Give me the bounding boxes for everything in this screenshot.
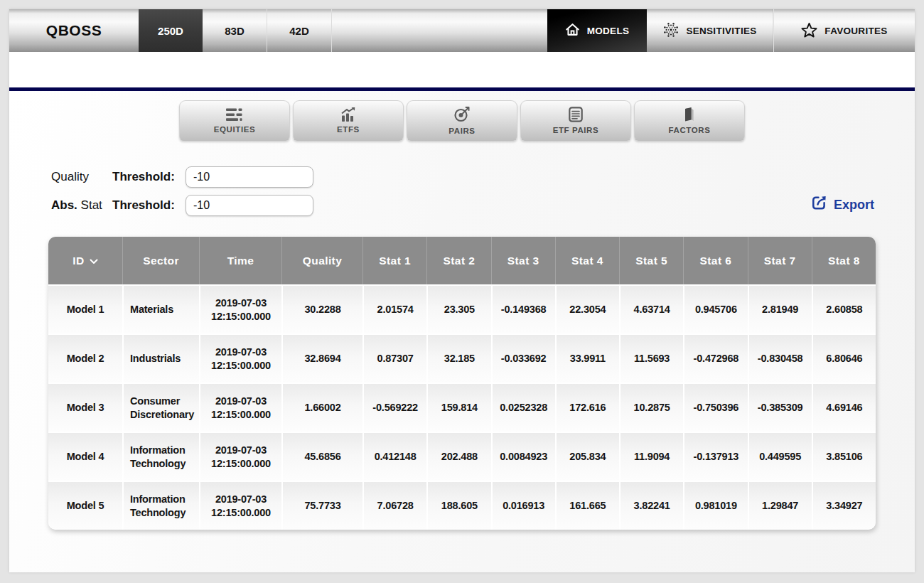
star-icon — [801, 22, 817, 40]
cell-sector: Information Technology — [122, 432, 199, 481]
table-row[interactable]: Model 1Materials2019-07-03 12:15:00.0003… — [48, 284, 876, 333]
column-header-quality[interactable]: Quality — [281, 237, 362, 284]
cell-sector: Industrials — [122, 333, 199, 383]
column-header-stat3[interactable]: Stat 3 — [491, 237, 555, 284]
cell-quality: 45.6856 — [281, 432, 362, 481]
target-icon — [453, 106, 471, 123]
cell-stat-3: -0.149368 — [491, 284, 555, 333]
nav-tab-label: SENSITIVITIES — [686, 26, 756, 36]
cell-stat-1: 7.06728 — [362, 481, 426, 530]
column-header-stat1[interactable]: Stat 1 — [362, 237, 426, 284]
cell-stat-5: 10.2875 — [619, 383, 683, 432]
table-row[interactable]: Model 3Consumer Discretionary2019-07-03 … — [48, 383, 876, 432]
cell-id: Model 4 — [48, 432, 122, 481]
column-header-stat5[interactable]: Stat 5 — [619, 237, 683, 284]
cell-stat-1: 2.01574 — [362, 284, 426, 333]
header-spacer-band — [9, 52, 915, 87]
nav-tab-label: FAVOURITES — [824, 26, 887, 36]
table-row[interactable]: Model 2Industrials2019-07-03 12:15:00.00… — [48, 333, 876, 383]
table-header: ID Sector Time Quality Stat 1 — [48, 237, 876, 284]
table-row[interactable]: Model 5Information Technology2019-07-03 … — [48, 481, 876, 530]
bar-chart-icon — [340, 107, 357, 122]
column-header-stat4[interactable]: Stat 4 — [555, 237, 619, 284]
filters-section: Quality Threshold: Abs. Stat Threshold: — [51, 166, 874, 216]
book-icon — [683, 107, 696, 122]
cell-stat-5: 3.82241 — [619, 481, 683, 530]
brand-logo: QBOSS — [9, 9, 139, 52]
nav-tab-sensitivities[interactable]: SENSITIVITIES — [647, 9, 773, 52]
period-tab-42d[interactable]: 42D — [267, 9, 332, 52]
abs-stat-threshold-row: Abs. Stat Threshold: — [51, 194, 313, 216]
cell-stat-8: 2.60858 — [812, 284, 876, 333]
column-header-stat8[interactable]: Stat 8 — [812, 237, 876, 284]
cell-stat-1: 0.412148 — [362, 432, 426, 481]
cell-stat-4: 22.3054 — [555, 284, 619, 333]
cell-quality: 30.2288 — [281, 284, 362, 333]
cell-stat-6: 0.945706 — [683, 284, 747, 333]
filter-name-text: Stat — [77, 198, 102, 212]
quality-threshold-input[interactable] — [186, 166, 313, 188]
cell-stat-7: 1.29847 — [748, 481, 812, 530]
filter-name-bold: Abs. — [51, 198, 77, 212]
nav-tab-label: MODELS — [587, 26, 630, 36]
table-body: Model 1Materials2019-07-03 12:15:00.0003… — [48, 284, 876, 530]
period-tab-83d[interactable]: 83D — [203, 9, 267, 52]
tab-label: PAIRS — [448, 127, 475, 135]
cell-stat-3: 0.016913 — [491, 481, 555, 530]
cell-time: 2019-07-03 12:15:00.000 — [199, 284, 281, 333]
cell-stat-2: 23.305 — [426, 284, 490, 333]
cell-quality: 75.7733 — [281, 481, 362, 530]
column-header-id[interactable]: ID — [48, 237, 122, 284]
period-tab-250d[interactable]: 250D — [139, 9, 203, 52]
network-dots-icon — [663, 22, 679, 40]
cell-time: 2019-07-03 12:15:00.000 — [199, 383, 281, 432]
nav-tab-models[interactable]: MODELS — [547, 9, 647, 52]
cell-stat-7: -0.385309 — [748, 383, 812, 432]
cell-stat-2: 159.814 — [426, 383, 490, 432]
cell-stat-4: 33.9911 — [555, 333, 619, 383]
tab-pairs[interactable]: PAIRS — [407, 100, 517, 141]
column-header-stat2[interactable]: Stat 2 — [426, 237, 490, 284]
models-table: ID Sector Time Quality Stat 1 — [48, 237, 876, 530]
cell-stat-7: 0.449595 — [748, 432, 812, 481]
cell-stat-8: 6.80646 — [812, 333, 876, 383]
cell-stat-4: 161.665 — [555, 481, 619, 530]
table-row[interactable]: Model 4Information Technology2019-07-03 … — [48, 432, 876, 481]
cell-stat-4: 172.616 — [555, 383, 619, 432]
column-header-sector[interactable]: Sector — [122, 237, 199, 284]
nav-tab-favourites[interactable]: FAVOURITES — [773, 9, 915, 52]
column-header-stat7[interactable]: Stat 7 — [748, 237, 812, 284]
quality-threshold-row: Quality Threshold: — [51, 166, 313, 188]
tab-etf-pairs[interactable]: ETF PAIRS — [520, 100, 631, 141]
cell-stat-8: 3.85106 — [812, 432, 876, 481]
cell-stat-2: 32.185 — [426, 333, 490, 383]
tab-factors[interactable]: FACTORS — [634, 100, 745, 141]
top-navbar: QBOSS 250D 83D 42D MODELS — [9, 9, 915, 52]
cell-stat-8: 4.69146 — [812, 383, 876, 432]
cell-stat-3: -0.033692 — [491, 333, 555, 383]
column-header-time[interactable]: Time — [199, 237, 281, 284]
cell-id: Model 1 — [48, 284, 122, 333]
cell-stat-6: -0.750396 — [683, 383, 747, 432]
export-icon — [811, 195, 827, 215]
cell-quality: 32.8694 — [281, 333, 362, 383]
tab-equities[interactable]: EQUITIES — [179, 100, 290, 141]
cell-id: Model 2 — [48, 333, 122, 383]
app-window: QBOSS 250D 83D 42D MODELS — [9, 9, 915, 572]
threshold-label: Threshold: — [112, 170, 185, 184]
filter-name-label: Quality — [51, 170, 112, 184]
column-header-stat6[interactable]: Stat 6 — [683, 237, 747, 284]
filter-name-text: Quality — [51, 170, 89, 183]
cell-stat-1: 0.87307 — [362, 333, 426, 383]
document-list-icon — [569, 107, 583, 122]
cell-id: Model 5 — [48, 481, 122, 530]
cell-id: Model 3 — [48, 383, 122, 432]
chevron-down-icon — [90, 255, 98, 267]
export-button[interactable]: Export — [811, 195, 874, 215]
list-icon — [225, 108, 244, 122]
tab-etfs[interactable]: ETFS — [293, 100, 404, 141]
abs-stat-threshold-input[interactable] — [186, 195, 313, 216]
filter-name-label: Abs. Stat — [51, 198, 112, 213]
cell-stat-6: -0.137913 — [683, 432, 747, 481]
cell-time: 2019-07-03 12:15:00.000 — [199, 432, 281, 481]
